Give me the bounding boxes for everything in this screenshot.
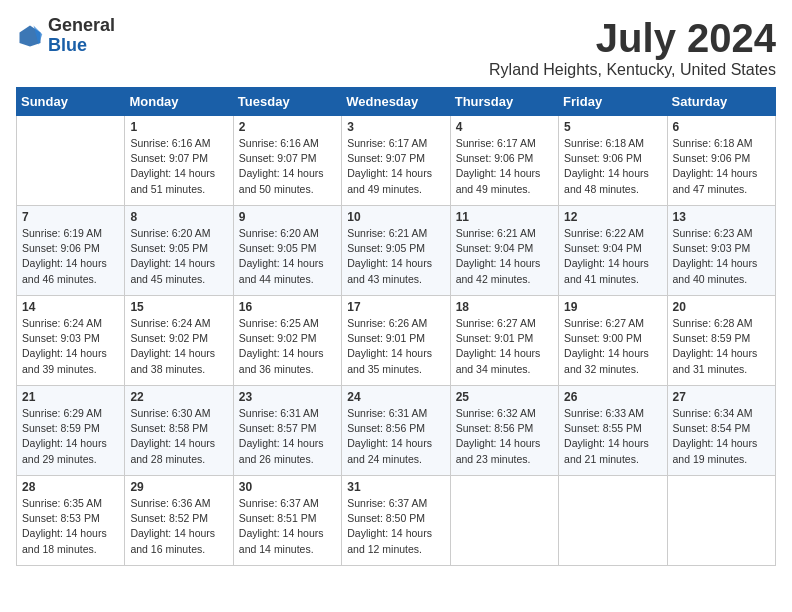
day-number: 24 [347,390,444,404]
day-number: 17 [347,300,444,314]
day-number: 30 [239,480,336,494]
weekday-header-monday: Monday [125,88,233,116]
weekday-header-wednesday: Wednesday [342,88,450,116]
day-info: Sunrise: 6:37 AMSunset: 8:50 PMDaylight:… [347,496,444,557]
day-info: Sunrise: 6:17 AMSunset: 9:07 PMDaylight:… [347,136,444,197]
weekday-header-sunday: Sunday [17,88,125,116]
day-number: 6 [673,120,770,134]
calendar-cell [559,476,667,566]
calendar-cell: 2Sunrise: 6:16 AMSunset: 9:07 PMDaylight… [233,116,341,206]
calendar-cell: 6Sunrise: 6:18 AMSunset: 9:06 PMDaylight… [667,116,775,206]
day-info: Sunrise: 6:31 AMSunset: 8:57 PMDaylight:… [239,406,336,467]
calendar-cell: 1Sunrise: 6:16 AMSunset: 9:07 PMDaylight… [125,116,233,206]
calendar-cell: 15Sunrise: 6:24 AMSunset: 9:02 PMDayligh… [125,296,233,386]
logo-text: General Blue [48,16,115,56]
calendar-cell: 4Sunrise: 6:17 AMSunset: 9:06 PMDaylight… [450,116,558,206]
weekday-header-tuesday: Tuesday [233,88,341,116]
day-number: 5 [564,120,661,134]
calendar-cell: 30Sunrise: 6:37 AMSunset: 8:51 PMDayligh… [233,476,341,566]
calendar-cell: 20Sunrise: 6:28 AMSunset: 8:59 PMDayligh… [667,296,775,386]
day-number: 23 [239,390,336,404]
calendar-week-row: 7Sunrise: 6:19 AMSunset: 9:06 PMDaylight… [17,206,776,296]
weekday-header-friday: Friday [559,88,667,116]
month-year-title: July 2024 [489,16,776,61]
calendar-cell: 12Sunrise: 6:22 AMSunset: 9:04 PMDayligh… [559,206,667,296]
day-number: 8 [130,210,227,224]
day-info: Sunrise: 6:24 AMSunset: 9:03 PMDaylight:… [22,316,119,377]
location-subtitle: Ryland Heights, Kentucky, United States [489,61,776,79]
calendar-cell: 10Sunrise: 6:21 AMSunset: 9:05 PMDayligh… [342,206,450,296]
calendar-cell: 5Sunrise: 6:18 AMSunset: 9:06 PMDaylight… [559,116,667,206]
day-number: 9 [239,210,336,224]
logo: General Blue [16,16,115,56]
day-info: Sunrise: 6:21 AMSunset: 9:05 PMDaylight:… [347,226,444,287]
calendar-cell: 24Sunrise: 6:31 AMSunset: 8:56 PMDayligh… [342,386,450,476]
calendar-body: 1Sunrise: 6:16 AMSunset: 9:07 PMDaylight… [17,116,776,566]
calendar-cell: 3Sunrise: 6:17 AMSunset: 9:07 PMDaylight… [342,116,450,206]
day-number: 1 [130,120,227,134]
day-info: Sunrise: 6:37 AMSunset: 8:51 PMDaylight:… [239,496,336,557]
calendar-week-row: 1Sunrise: 6:16 AMSunset: 9:07 PMDaylight… [17,116,776,206]
calendar-cell: 21Sunrise: 6:29 AMSunset: 8:59 PMDayligh… [17,386,125,476]
day-info: Sunrise: 6:28 AMSunset: 8:59 PMDaylight:… [673,316,770,377]
day-number: 28 [22,480,119,494]
day-info: Sunrise: 6:30 AMSunset: 8:58 PMDaylight:… [130,406,227,467]
weekday-header-thursday: Thursday [450,88,558,116]
day-number: 22 [130,390,227,404]
calendar-cell: 23Sunrise: 6:31 AMSunset: 8:57 PMDayligh… [233,386,341,476]
calendar-week-row: 28Sunrise: 6:35 AMSunset: 8:53 PMDayligh… [17,476,776,566]
day-info: Sunrise: 6:23 AMSunset: 9:03 PMDaylight:… [673,226,770,287]
day-info: Sunrise: 6:32 AMSunset: 8:56 PMDaylight:… [456,406,553,467]
calendar-cell: 18Sunrise: 6:27 AMSunset: 9:01 PMDayligh… [450,296,558,386]
day-info: Sunrise: 6:22 AMSunset: 9:04 PMDaylight:… [564,226,661,287]
day-number: 12 [564,210,661,224]
calendar-cell: 31Sunrise: 6:37 AMSunset: 8:50 PMDayligh… [342,476,450,566]
calendar-cell: 11Sunrise: 6:21 AMSunset: 9:04 PMDayligh… [450,206,558,296]
calendar-week-row: 21Sunrise: 6:29 AMSunset: 8:59 PMDayligh… [17,386,776,476]
calendar-cell: 27Sunrise: 6:34 AMSunset: 8:54 PMDayligh… [667,386,775,476]
calendar-cell: 17Sunrise: 6:26 AMSunset: 9:01 PMDayligh… [342,296,450,386]
day-number: 13 [673,210,770,224]
day-info: Sunrise: 6:27 AMSunset: 9:00 PMDaylight:… [564,316,661,377]
day-number: 21 [22,390,119,404]
calendar-cell [17,116,125,206]
day-info: Sunrise: 6:16 AMSunset: 9:07 PMDaylight:… [130,136,227,197]
day-info: Sunrise: 6:17 AMSunset: 9:06 PMDaylight:… [456,136,553,197]
day-number: 3 [347,120,444,134]
day-info: Sunrise: 6:18 AMSunset: 9:06 PMDaylight:… [673,136,770,197]
logo-icon [16,22,44,50]
day-number: 18 [456,300,553,314]
calendar-table: SundayMondayTuesdayWednesdayThursdayFrid… [16,87,776,566]
day-number: 7 [22,210,119,224]
calendar-week-row: 14Sunrise: 6:24 AMSunset: 9:03 PMDayligh… [17,296,776,386]
calendar-cell: 8Sunrise: 6:20 AMSunset: 9:05 PMDaylight… [125,206,233,296]
day-info: Sunrise: 6:19 AMSunset: 9:06 PMDaylight:… [22,226,119,287]
day-info: Sunrise: 6:26 AMSunset: 9:01 PMDaylight:… [347,316,444,377]
calendar-cell: 28Sunrise: 6:35 AMSunset: 8:53 PMDayligh… [17,476,125,566]
calendar-header: SundayMondayTuesdayWednesdayThursdayFrid… [17,88,776,116]
day-info: Sunrise: 6:33 AMSunset: 8:55 PMDaylight:… [564,406,661,467]
calendar-cell: 14Sunrise: 6:24 AMSunset: 9:03 PMDayligh… [17,296,125,386]
calendar-cell: 7Sunrise: 6:19 AMSunset: 9:06 PMDaylight… [17,206,125,296]
day-number: 2 [239,120,336,134]
calendar-cell: 16Sunrise: 6:25 AMSunset: 9:02 PMDayligh… [233,296,341,386]
day-info: Sunrise: 6:20 AMSunset: 9:05 PMDaylight:… [130,226,227,287]
day-info: Sunrise: 6:21 AMSunset: 9:04 PMDaylight:… [456,226,553,287]
calendar-cell [450,476,558,566]
weekday-header-saturday: Saturday [667,88,775,116]
title-area: July 2024 Ryland Heights, Kentucky, Unit… [489,16,776,79]
day-number: 25 [456,390,553,404]
calendar-cell: 26Sunrise: 6:33 AMSunset: 8:55 PMDayligh… [559,386,667,476]
day-info: Sunrise: 6:20 AMSunset: 9:05 PMDaylight:… [239,226,336,287]
day-number: 16 [239,300,336,314]
calendar-cell: 19Sunrise: 6:27 AMSunset: 9:00 PMDayligh… [559,296,667,386]
day-info: Sunrise: 6:18 AMSunset: 9:06 PMDaylight:… [564,136,661,197]
day-info: Sunrise: 6:36 AMSunset: 8:52 PMDaylight:… [130,496,227,557]
day-info: Sunrise: 6:27 AMSunset: 9:01 PMDaylight:… [456,316,553,377]
day-info: Sunrise: 6:34 AMSunset: 8:54 PMDaylight:… [673,406,770,467]
day-number: 27 [673,390,770,404]
day-info: Sunrise: 6:25 AMSunset: 9:02 PMDaylight:… [239,316,336,377]
calendar-cell: 22Sunrise: 6:30 AMSunset: 8:58 PMDayligh… [125,386,233,476]
day-info: Sunrise: 6:35 AMSunset: 8:53 PMDaylight:… [22,496,119,557]
day-info: Sunrise: 6:24 AMSunset: 9:02 PMDaylight:… [130,316,227,377]
